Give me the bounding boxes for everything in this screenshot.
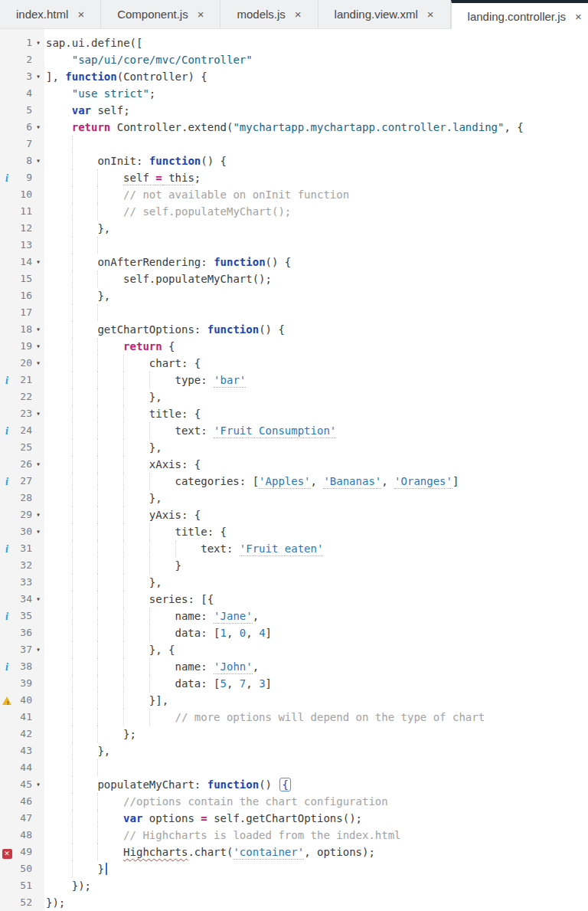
- code-line[interactable]: 29▾yAxis: {: [0, 506, 588, 523]
- fold-arrow-icon[interactable]: ▾: [32, 405, 44, 422]
- code-line[interactable]: 7: [0, 136, 588, 152]
- code-line[interactable]: 20▾chart: {: [0, 355, 588, 372]
- fold-slot: [32, 608, 44, 624]
- tab-landing-view-xml[interactable]: landing.view.xml×: [318, 0, 451, 28]
- code-line[interactable]: 39data: [5, 7, 3]: [0, 675, 588, 692]
- code-line[interactable]: 13: [0, 237, 588, 254]
- code-area[interactable]: 1▾sap.ui.define([2"sap/ui/core/mvc/Contr…: [0, 29, 588, 911]
- code-line[interactable]: i27categories: ['Apples', 'Bananas', 'Or…: [0, 473, 588, 490]
- indent-guide: [97, 574, 123, 591]
- code-line[interactable]: 37▾}, {: [0, 641, 588, 658]
- tab-close-icon[interactable]: ×: [295, 8, 302, 20]
- code-line[interactable]: 18▾getChartOptions: function() {: [0, 321, 588, 338]
- fold-arrow-icon[interactable]: ▾: [32, 506, 44, 523]
- tab-close-icon[interactable]: ×: [427, 8, 434, 20]
- tab-Component-js[interactable]: Component.js×: [101, 0, 220, 28]
- code-token: "sap/ui/core/mvc/Controller": [72, 54, 253, 66]
- code-line[interactable]: 44: [0, 759, 588, 776]
- gutter-info-icon[interactable]: i: [0, 473, 14, 490]
- fold-arrow-icon[interactable]: ▾: [32, 338, 44, 355]
- tab-models-js[interactable]: models.js×: [220, 0, 318, 28]
- code-line[interactable]: 6▾return Controller.extend("mychartapp.m…: [0, 119, 588, 136]
- code-line[interactable]: 22},: [0, 388, 588, 405]
- fold-arrow-icon[interactable]: ▾: [32, 355, 44, 372]
- code-line[interactable]: 16},: [0, 287, 588, 304]
- fold-arrow-icon[interactable]: ▾: [32, 591, 44, 608]
- code-line[interactable]: 1▾sap.ui.define([: [0, 34, 588, 51]
- code-line[interactable]: i38name: 'John',: [0, 658, 588, 675]
- fold-arrow-icon[interactable]: ▾: [32, 456, 44, 473]
- code-line[interactable]: 51});: [0, 877, 588, 894]
- code-line[interactable]: 3▾], function(Controller) {: [0, 68, 588, 85]
- code-line[interactable]: i35name: 'Jane',: [0, 608, 588, 624]
- code-line[interactable]: ✕49Highcharts.chart('container', options…: [0, 844, 588, 860]
- code-token: // Highcharts is loaded from the index.h…: [123, 829, 400, 841]
- code-token: 'bar': [214, 374, 246, 388]
- code-line[interactable]: 41// more options will depend on the typ…: [0, 709, 588, 726]
- gutter-info-icon[interactable]: i: [0, 422, 14, 439]
- fold-arrow-icon[interactable]: ▾: [32, 321, 44, 338]
- code-line[interactable]: 10// not available on onInit function: [0, 186, 588, 203]
- code-line[interactable]: 23▾title: {: [0, 405, 588, 422]
- code-line[interactable]: 19▾return {: [0, 338, 588, 355]
- code-line[interactable]: 32}: [0, 557, 588, 574]
- fold-arrow-icon[interactable]: ▾: [32, 523, 44, 540]
- code-line[interactable]: 45▾populateMyChart: function() {: [0, 776, 588, 793]
- tab-close-icon[interactable]: ×: [77, 8, 84, 20]
- fold-arrow-icon[interactable]: ▾: [32, 119, 44, 136]
- code-line[interactable]: i9self = this;: [0, 169, 588, 186]
- fold-arrow-icon[interactable]: ▾: [32, 776, 44, 793]
- code-line[interactable]: 12},: [0, 220, 588, 237]
- code-text: data: [5, 7, 3]: [44, 675, 588, 692]
- gutter-info-icon[interactable]: i: [0, 540, 14, 557]
- code-line[interactable]: i31text: 'Fruit eaten': [0, 540, 588, 557]
- code-line[interactable]: 43},: [0, 742, 588, 759]
- tab-close-icon[interactable]: ×: [198, 8, 204, 20]
- code-line[interactable]: !40}],: [0, 692, 588, 709]
- code-line[interactable]: 50}: [0, 860, 588, 877]
- fold-arrow-icon[interactable]: ▾: [32, 68, 44, 85]
- fold-arrow-icon[interactable]: ▾: [32, 152, 44, 169]
- indent-guide: [46, 254, 72, 270]
- code-line[interactable]: 36data: [1, 0, 4]: [0, 624, 588, 641]
- fold-arrow-icon[interactable]: ▾: [32, 34, 44, 51]
- fold-arrow-icon[interactable]: ▾: [32, 641, 44, 658]
- code-line[interactable]: 34▾series: [{: [0, 591, 588, 608]
- indent-guide: [97, 726, 123, 742]
- code-line[interactable]: 14▾onAfterRendering: function() {: [0, 254, 588, 270]
- code-line[interactable]: i21type: 'bar': [0, 372, 588, 388]
- fold-arrow-icon[interactable]: ▾: [32, 254, 44, 270]
- code-line[interactable]: 11// self.populateMyChart();: [0, 203, 588, 220]
- gutter-info-icon[interactable]: i: [0, 658, 14, 675]
- code-line[interactable]: 4"use strict";: [0, 85, 588, 102]
- gutter-info-icon[interactable]: i: [0, 608, 14, 624]
- tab-index-html[interactable]: index.html×: [0, 0, 101, 28]
- tab-landing-controller-js[interactable]: landing.controller.js×: [451, 0, 588, 29]
- code-line[interactable]: 42};: [0, 726, 588, 742]
- code-line[interactable]: 30▾title: {: [0, 523, 588, 540]
- code-line[interactable]: 8▾onInit: function() {: [0, 152, 588, 169]
- code-line[interactable]: 15self.populateMyChart();: [0, 270, 588, 287]
- gutter-warning-icon[interactable]: !: [0, 692, 14, 709]
- code-line[interactable]: 26▾xAxis: {: [0, 456, 588, 473]
- code-line[interactable]: i24text: 'Fruit Consumption': [0, 422, 588, 439]
- code-line[interactable]: 5var self;: [0, 102, 588, 119]
- indent-guide: [72, 827, 98, 844]
- gutter-info-icon[interactable]: i: [0, 372, 14, 388]
- indent-guide: [97, 388, 123, 405]
- line-number: 17: [14, 304, 32, 321]
- code-line[interactable]: 48// Highcharts is loaded from the index…: [0, 827, 588, 844]
- code-line[interactable]: 47var options = self.getChartOptions();: [0, 810, 588, 827]
- gutter-error-icon[interactable]: ✕: [0, 844, 14, 860]
- code-line[interactable]: 28},: [0, 490, 588, 506]
- tab-close-icon[interactable]: ×: [575, 11, 582, 22]
- line-number: 45: [14, 776, 32, 793]
- code-line[interactable]: 33},: [0, 574, 588, 591]
- code-line[interactable]: 2"sap/ui/core/mvc/Controller": [0, 51, 588, 68]
- code-line[interactable]: 25},: [0, 439, 588, 456]
- code-line[interactable]: 52});: [0, 894, 588, 911]
- code-line[interactable]: 46//options contain the chart configurat…: [0, 793, 588, 810]
- indent-guide: [123, 388, 149, 405]
- gutter-info-icon[interactable]: i: [0, 169, 14, 186]
- code-line[interactable]: 17: [0, 304, 588, 321]
